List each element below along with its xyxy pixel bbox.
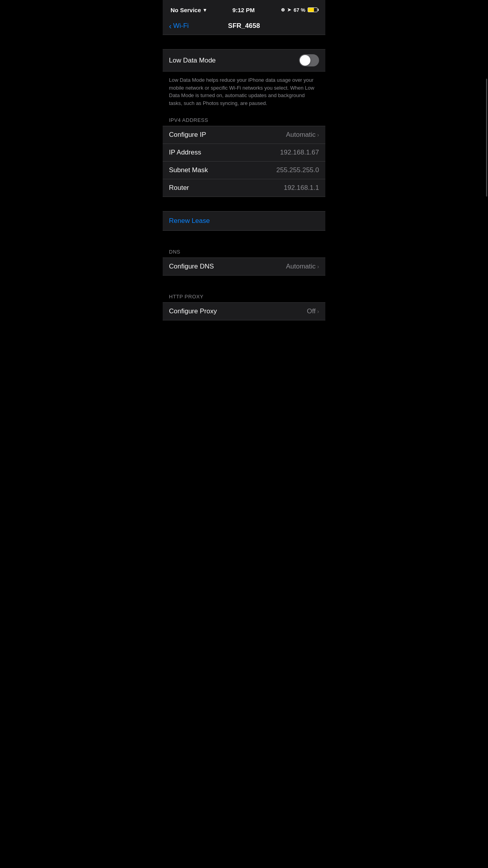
subnet-mask-value-text: 255.255.255.0 [276, 166, 319, 174]
status-time: 9:12 PM [233, 7, 255, 13]
renew-lease-label: Renew Lease [169, 217, 210, 224]
configure-proxy-label: Configure Proxy [169, 307, 217, 315]
battery-percent: 67 % [294, 7, 305, 13]
low-data-mode-description: Low Data Mode helps reduce your iPhone d… [169, 76, 319, 107]
ip-address-value-text: 192.168.1.67 [280, 149, 319, 156]
bottom-padding [163, 320, 325, 344]
content: Low Data Mode Low Data Mode helps reduce… [163, 35, 325, 344]
subnet-mask-label: Subnet Mask [169, 166, 208, 174]
low-data-mode-label: Low Data Mode [169, 57, 216, 64]
mid-gap-1 [163, 197, 325, 211]
configure-ip-label: Configure IP [169, 131, 206, 139]
battery-fill [308, 8, 314, 12]
back-button[interactable]: ‹ Wi-Fi [169, 22, 189, 30]
configure-proxy-value: Off › [307, 307, 319, 315]
subnet-mask-value: 255.255.255.0 [276, 166, 319, 174]
dns-section-header: DNS [163, 245, 325, 257]
back-label: Wi-Fi [173, 22, 189, 30]
mid-gap-3 [163, 276, 325, 290]
configure-proxy-row[interactable]: Configure Proxy Off › [163, 303, 325, 320]
status-bar: No Service ▾ 9:12 PM ⊕ ➤ 67 % [163, 0, 325, 17]
configure-dns-chevron-icon: › [317, 263, 319, 270]
dns-section-label: DNS [169, 249, 180, 255]
configure-ip-value: Automatic › [286, 131, 319, 139]
ip-address-row: IP Address 192.168.1.67 [163, 144, 325, 162]
ipv4-settings-group: Configure IP Automatic › IP Address 192.… [163, 126, 325, 197]
configure-proxy-chevron-icon: › [317, 308, 319, 314]
battery-icon [308, 7, 317, 12]
low-data-mode-toggle[interactable] [299, 54, 319, 66]
configure-dns-label: Configure DNS [169, 263, 214, 270]
configure-proxy-value-text: Off [307, 307, 316, 315]
status-left: No Service ▾ [171, 7, 206, 13]
configure-dns-value-text: Automatic [286, 263, 316, 270]
router-value: 192.168.1.1 [284, 184, 319, 192]
http-proxy-section-header: HTTP PROXY [163, 290, 325, 302]
carrier-text: No Service [171, 7, 201, 13]
low-data-mode-row[interactable]: Low Data Mode [163, 49, 325, 72]
low-data-mode-description-section: Low Data Mode helps reduce your iPhone d… [163, 72, 325, 113]
dns-settings-group: Configure DNS Automatic › [163, 257, 325, 276]
configure-ip-value-text: Automatic [286, 131, 316, 139]
nav-bar: ‹ Wi-Fi SFR_4658 [163, 17, 325, 35]
router-value-text: 192.168.1.1 [284, 184, 319, 192]
ip-address-label: IP Address [169, 149, 201, 156]
configure-ip-chevron-icon: › [317, 132, 319, 138]
mid-gap-2 [163, 231, 325, 245]
arrow-icon: ➤ [287, 7, 291, 13]
wifi-icon: ▾ [204, 7, 206, 13]
configure-dns-value: Automatic › [286, 263, 319, 270]
http-proxy-section-label: HTTP PROXY [169, 294, 204, 300]
configure-ip-row[interactable]: Configure IP Automatic › [163, 126, 325, 144]
ipv4-section-header: IPV4 ADDRESS [163, 113, 325, 126]
ip-address-value: 192.168.1.67 [280, 149, 319, 156]
toggle-knob [300, 55, 310, 66]
nav-title: SFR_4658 [228, 22, 260, 30]
configure-dns-row[interactable]: Configure DNS Automatic › [163, 258, 325, 275]
router-row: Router 192.168.1.1 [163, 179, 325, 197]
battery-container [308, 7, 317, 12]
router-label: Router [169, 184, 189, 192]
location-icon: ⊕ [281, 7, 285, 13]
top-gap [163, 35, 325, 49]
http-proxy-settings-group: Configure Proxy Off › [163, 302, 325, 320]
status-right: ⊕ ➤ 67 % [281, 7, 317, 13]
back-chevron-icon: ‹ [169, 22, 172, 30]
ipv4-section-label: IPV4 ADDRESS [169, 117, 208, 123]
subnet-mask-row: Subnet Mask 255.255.255.0 [163, 162, 325, 179]
renew-lease-row[interactable]: Renew Lease [163, 211, 325, 231]
